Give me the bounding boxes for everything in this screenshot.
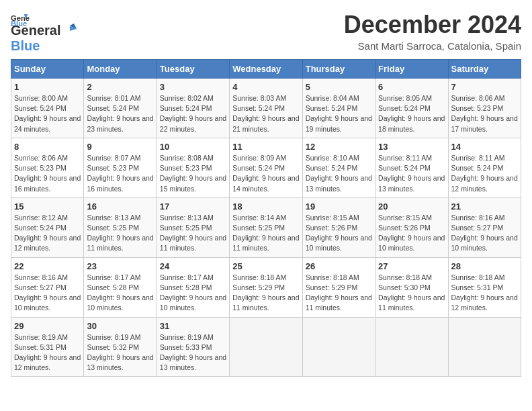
day-number: 14	[451, 142, 518, 152]
day-info: Sunrise: 8:01 AMSunset: 5:24 PMDaylight:…	[87, 93, 153, 134]
logo-general: General	[11, 23, 60, 38]
day-info: Sunrise: 8:18 AMSunset: 5:31 PMDaylight:…	[451, 273, 518, 314]
day-info: Sunrise: 8:11 AMSunset: 5:24 PMDaylight:…	[378, 153, 445, 194]
day-number: 22	[14, 261, 81, 271]
day-number: 10	[160, 142, 226, 152]
calendar-subtitle: Sant Marti Sarroca, Catalonia, Spain	[344, 40, 521, 52]
calendar-day-8: 8Sunrise: 8:06 AMSunset: 5:23 PMDaylight…	[11, 138, 84, 197]
calendar-empty-cell	[375, 317, 448, 377]
calendar-empty-cell	[230, 317, 302, 377]
calendar-day-16: 16Sunrise: 8:13 AMSunset: 5:25 PMDayligh…	[84, 197, 157, 257]
day-info: Sunrise: 8:19 AMSunset: 5:32 PMDaylight:…	[87, 332, 153, 373]
calendar-day-27: 27Sunrise: 8:18 AMSunset: 5:30 PMDayligh…	[375, 257, 448, 317]
calendar-day-1: 1Sunrise: 8:00 AMSunset: 5:24 PMDaylight…	[11, 79, 84, 138]
header-saturday: Saturday	[448, 60, 521, 79]
calendar-day-20: 20Sunrise: 8:15 AMSunset: 5:26 PMDayligh…	[375, 197, 448, 257]
day-number: 2	[87, 82, 153, 92]
day-number: 29	[14, 321, 81, 331]
calendar-day-9: 9Sunrise: 8:07 AMSunset: 5:23 PMDaylight…	[84, 138, 157, 197]
day-info: Sunrise: 8:04 AMSunset: 5:24 PMDaylight:…	[306, 93, 372, 134]
header-monday: Monday	[84, 60, 157, 79]
day-info: Sunrise: 8:15 AMSunset: 5:26 PMDaylight:…	[306, 213, 372, 254]
calendar-table: Sunday Monday Tuesday Wednesday Thursday…	[11, 59, 521, 377]
day-info: Sunrise: 8:10 AMSunset: 5:24 PMDaylight:…	[306, 153, 372, 194]
calendar-week-3: 15Sunrise: 8:12 AMSunset: 5:24 PMDayligh…	[11, 197, 521, 257]
day-number: 23	[87, 261, 153, 271]
day-info: Sunrise: 8:17 AMSunset: 5:28 PMDaylight:…	[160, 273, 226, 314]
day-info: Sunrise: 8:06 AMSunset: 5:23 PMDaylight:…	[14, 153, 81, 194]
calendar-day-25: 25Sunrise: 8:18 AMSunset: 5:29 PMDayligh…	[230, 257, 302, 317]
header-thursday: Thursday	[302, 60, 375, 79]
day-number: 19	[306, 201, 372, 212]
calendar-day-2: 2Sunrise: 8:01 AMSunset: 5:24 PMDaylight…	[84, 79, 157, 138]
day-info: Sunrise: 8:16 AMSunset: 5:27 PMDaylight:…	[14, 273, 81, 314]
calendar-day-15: 15Sunrise: 8:12 AMSunset: 5:24 PMDayligh…	[11, 197, 84, 257]
calendar-day-7: 7Sunrise: 8:06 AMSunset: 5:23 PMDaylight…	[448, 79, 521, 138]
header-friday: Friday	[375, 60, 448, 79]
day-number: 12	[306, 142, 372, 152]
day-number: 4	[232, 82, 299, 92]
calendar-day-14: 14Sunrise: 8:11 AMSunset: 5:24 PMDayligh…	[448, 138, 521, 197]
calendar-day-17: 17Sunrise: 8:13 AMSunset: 5:25 PMDayligh…	[157, 197, 229, 257]
header-wednesday: Wednesday	[230, 60, 302, 79]
day-info: Sunrise: 8:14 AMSunset: 5:25 PMDaylight:…	[232, 213, 299, 254]
day-info: Sunrise: 8:17 AMSunset: 5:28 PMDaylight:…	[87, 273, 153, 314]
day-info: Sunrise: 8:06 AMSunset: 5:23 PMDaylight:…	[451, 93, 518, 134]
day-number: 24	[160, 261, 226, 271]
day-number: 8	[14, 142, 81, 152]
day-number: 5	[306, 82, 372, 92]
calendar-day-3: 3Sunrise: 8:02 AMSunset: 5:24 PMDaylight…	[157, 79, 229, 138]
calendar-day-5: 5Sunrise: 8:04 AMSunset: 5:24 PMDaylight…	[302, 79, 375, 138]
day-number: 6	[378, 82, 445, 92]
day-info: Sunrise: 8:12 AMSunset: 5:24 PMDaylight:…	[14, 213, 81, 254]
day-info: Sunrise: 8:19 AMSunset: 5:31 PMDaylight:…	[14, 332, 81, 373]
day-info: Sunrise: 8:15 AMSunset: 5:26 PMDaylight:…	[378, 213, 445, 254]
day-number: 15	[14, 201, 81, 212]
day-info: Sunrise: 8:18 AMSunset: 5:30 PMDaylight:…	[378, 273, 445, 314]
calendar-day-23: 23Sunrise: 8:17 AMSunset: 5:28 PMDayligh…	[84, 257, 157, 317]
day-info: Sunrise: 8:07 AMSunset: 5:23 PMDaylight:…	[87, 153, 153, 194]
day-number: 18	[232, 201, 299, 212]
day-info: Sunrise: 8:02 AMSunset: 5:24 PMDaylight:…	[160, 93, 226, 134]
day-number: 17	[160, 201, 226, 212]
day-number: 25	[232, 261, 299, 271]
day-info: Sunrise: 8:19 AMSunset: 5:33 PMDaylight:…	[160, 332, 226, 373]
day-number: 3	[160, 82, 226, 92]
day-number: 30	[87, 321, 153, 331]
day-info: Sunrise: 8:09 AMSunset: 5:24 PMDaylight:…	[232, 153, 299, 194]
calendar-day-21: 21Sunrise: 8:16 AMSunset: 5:27 PMDayligh…	[448, 197, 521, 257]
calendar-empty-cell	[302, 317, 375, 377]
calendar-day-24: 24Sunrise: 8:17 AMSunset: 5:28 PMDayligh…	[157, 257, 229, 317]
calendar-day-4: 4Sunrise: 8:03 AMSunset: 5:24 PMDaylight…	[230, 79, 302, 138]
day-number: 13	[378, 142, 445, 152]
calendar-header-row: Sunday Monday Tuesday Wednesday Thursday…	[11, 60, 521, 79]
calendar-day-19: 19Sunrise: 8:15 AMSunset: 5:26 PMDayligh…	[302, 197, 375, 257]
calendar-day-10: 10Sunrise: 8:08 AMSunset: 5:23 PMDayligh…	[157, 138, 229, 197]
day-info: Sunrise: 8:00 AMSunset: 5:24 PMDaylight:…	[14, 93, 81, 134]
calendar-week-2: 8Sunrise: 8:06 AMSunset: 5:23 PMDaylight…	[11, 138, 521, 197]
day-number: 9	[87, 142, 153, 152]
calendar-title: December 2024	[344, 11, 521, 39]
calendar-day-11: 11Sunrise: 8:09 AMSunset: 5:24 PMDayligh…	[230, 138, 302, 197]
day-number: 31	[160, 321, 226, 331]
calendar-empty-cell	[448, 317, 521, 377]
day-info: Sunrise: 8:11 AMSunset: 5:24 PMDaylight:…	[451, 153, 518, 194]
calendar-day-13: 13Sunrise: 8:11 AMSunset: 5:24 PMDayligh…	[375, 138, 448, 197]
day-number: 27	[378, 261, 445, 271]
calendar-day-18: 18Sunrise: 8:14 AMSunset: 5:25 PMDayligh…	[230, 197, 302, 257]
calendar-day-26: 26Sunrise: 8:18 AMSunset: 5:29 PMDayligh…	[302, 257, 375, 317]
logo-blue: Blue	[11, 38, 40, 53]
day-info: Sunrise: 8:05 AMSunset: 5:24 PMDaylight:…	[378, 93, 445, 134]
day-number: 20	[378, 201, 445, 212]
day-number: 1	[14, 82, 81, 92]
day-number: 16	[87, 201, 153, 212]
day-info: Sunrise: 8:16 AMSunset: 5:27 PMDaylight:…	[451, 213, 518, 254]
calendar-day-31: 31Sunrise: 8:19 AMSunset: 5:33 PMDayligh…	[157, 317, 229, 377]
logo-bird-icon	[62, 24, 77, 38]
calendar-week-1: 1Sunrise: 8:00 AMSunset: 5:24 PMDaylight…	[11, 79, 521, 138]
day-info: Sunrise: 8:18 AMSunset: 5:29 PMDaylight:…	[232, 273, 299, 314]
calendar-day-28: 28Sunrise: 8:18 AMSunset: 5:31 PMDayligh…	[448, 257, 521, 317]
calendar-day-22: 22Sunrise: 8:16 AMSunset: 5:27 PMDayligh…	[11, 257, 84, 317]
calendar-week-5: 29Sunrise: 8:19 AMSunset: 5:31 PMDayligh…	[11, 317, 521, 377]
day-info: Sunrise: 8:13 AMSunset: 5:25 PMDaylight:…	[160, 213, 226, 254]
